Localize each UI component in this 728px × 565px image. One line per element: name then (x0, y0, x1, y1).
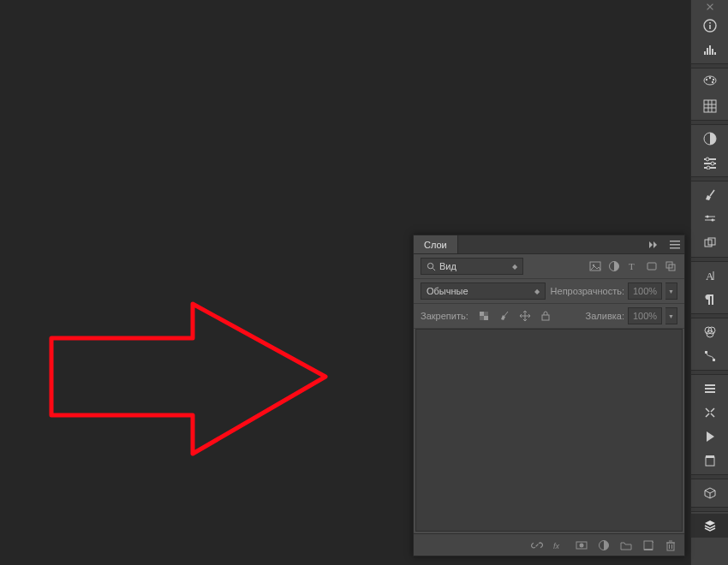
svg-point-24 (707, 166, 710, 170)
fill-dropdown-icon[interactable]: ▼ (665, 307, 677, 324)
opacity-dropdown-icon[interactable]: ▼ (665, 282, 677, 300)
blend-mode-value: Обычные (427, 286, 468, 296)
svg-rect-57 (484, 316, 488, 320)
svg-point-11 (713, 79, 714, 80)
mask-icon[interactable] (575, 538, 588, 552)
svg-rect-1 (709, 25, 711, 29)
svg-rect-4 (707, 48, 708, 55)
filter-type-icon[interactable]: T (626, 259, 640, 273)
svg-point-28 (707, 216, 709, 218)
svg-rect-63 (542, 315, 549, 320)
info-icon[interactable] (691, 14, 728, 38)
filter-image-icon[interactable] (588, 259, 602, 273)
save-options-icon[interactable] (691, 449, 728, 473)
layers-panel: Слои Вид ◆ T Обычные ◆ Непрозрачность: (413, 235, 685, 556)
swatches-icon[interactable] (691, 70, 728, 94)
filter-smart-icon[interactable] (664, 259, 677, 273)
svg-text:fx: fx (553, 542, 560, 550)
panel-menu-icon[interactable] (665, 235, 684, 253)
svg-rect-43 (706, 455, 714, 458)
svg-rect-37 (705, 351, 707, 354)
layer-kind-select[interactable]: Вид ◆ (421, 258, 523, 275)
svg-rect-42 (706, 457, 714, 466)
adjustment-layer-icon[interactable] (597, 538, 611, 552)
svg-point-29 (712, 219, 714, 222)
lock-move-icon[interactable] (518, 309, 532, 323)
toolbar-separator (691, 370, 728, 375)
svg-rect-41 (705, 391, 715, 393)
svg-rect-3 (704, 51, 706, 55)
character-icon[interactable]: A (691, 264, 728, 288)
histogram-icon[interactable] (691, 38, 728, 62)
svg-rect-45 (670, 244, 680, 246)
svg-line-60 (504, 312, 508, 316)
panel-flyout-icon[interactable] (641, 235, 665, 253)
brush-options-icon[interactable] (691, 207, 728, 231)
new-layer-icon[interactable] (641, 538, 655, 552)
lock-transparent-icon[interactable] (477, 309, 491, 323)
toolbar-separator (691, 120, 728, 125)
blend-mode-select[interactable]: Обычные ◆ (421, 282, 546, 300)
svg-rect-59 (480, 316, 484, 320)
filter-shape-icon[interactable] (645, 259, 659, 273)
panel-grip-icon[interactable] (691, 0, 728, 14)
layers-icon[interactable] (691, 514, 728, 538)
group-icon[interactable] (619, 538, 633, 552)
opacity-value[interactable]: 100% (628, 282, 662, 300)
svg-point-66 (580, 543, 584, 547)
play-icon[interactable] (691, 425, 728, 449)
adjustments-icon[interactable] (691, 151, 728, 175)
svg-point-10 (709, 77, 711, 79)
toolbar-separator (691, 507, 728, 512)
svg-rect-13 (704, 100, 716, 112)
svg-point-23 (711, 162, 714, 165)
fx-icon[interactable]: fx (552, 538, 566, 552)
svg-rect-38 (713, 359, 715, 361)
svg-rect-7 (714, 52, 716, 55)
toolbar-separator (691, 257, 728, 262)
toolbar-separator (691, 313, 728, 318)
lock-fill-row: Закрепить: Заливка: 100% ▼ (414, 304, 684, 329)
filter-adjust-icon[interactable] (607, 259, 621, 273)
svg-rect-39 (705, 384, 715, 386)
layers-tab[interactable]: Слои (414, 235, 458, 253)
arrow-shape (47, 300, 338, 471)
svg-rect-69 (667, 543, 674, 550)
svg-point-12 (712, 81, 713, 83)
paragraph-icon[interactable] (691, 288, 728, 312)
trash-icon[interactable] (664, 538, 677, 552)
layers-footer: fx (414, 533, 684, 556)
search-icon (427, 262, 436, 271)
clone-panel-icon[interactable] (691, 231, 728, 255)
svg-line-48 (433, 268, 435, 271)
link-layers-icon[interactable] (530, 538, 544, 552)
layer-filter-row: Вид ◆ T (414, 254, 684, 279)
svg-rect-58 (484, 312, 488, 316)
3d-icon[interactable] (691, 481, 728, 505)
svg-rect-6 (712, 49, 713, 55)
grid-icon[interactable] (691, 94, 728, 118)
tab-spacer (458, 235, 641, 253)
brush-icon[interactable] (691, 183, 728, 207)
lock-all-icon[interactable] (539, 309, 552, 323)
lock-label: Закрепить: (421, 311, 468, 321)
toolbar-separator (691, 176, 728, 181)
layers-list[interactable] (415, 329, 683, 532)
tools-icon[interactable] (691, 401, 728, 425)
svg-point-47 (427, 263, 433, 268)
actions-icon[interactable] (691, 377, 728, 401)
channels-icon[interactable] (691, 320, 728, 344)
svg-rect-56 (480, 312, 484, 316)
panel-tab-bar: Слои (414, 235, 684, 254)
svg-rect-68 (644, 541, 653, 550)
blend-opacity-row: Обычные ◆ Непрозрачность: 100% ▼ (414, 279, 684, 304)
chevron-updown-icon: ◆ (534, 288, 540, 295)
fill-value[interactable]: 100% (628, 307, 662, 324)
lock-paint-icon[interactable] (498, 309, 511, 323)
svg-rect-40 (705, 388, 715, 390)
right-toolbar: A (690, 0, 728, 565)
paths-icon[interactable] (691, 344, 728, 368)
contrast-icon[interactable] (691, 127, 728, 151)
svg-rect-46 (670, 247, 680, 249)
fill-label: Заливка: (586, 311, 624, 321)
